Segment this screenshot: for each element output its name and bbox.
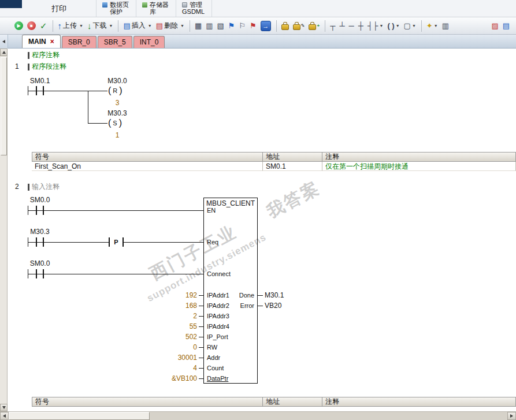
apply-symbols-button[interactable]: ▧ xyxy=(216,20,226,32)
bookmark-toggle-button[interactable]: ⚑ xyxy=(227,20,237,32)
protect-button[interactable]: 保护 xyxy=(102,8,129,15)
cross-reference-button[interactable]: ▤ xyxy=(501,20,511,32)
tabs: MAIN × SBR_0 SBR_5 INT_0 xyxy=(22,35,166,48)
operand-error[interactable]: VB20 xyxy=(265,302,281,310)
memory-button[interactable]: 存储器 xyxy=(142,1,169,8)
value-ipaddr4[interactable]: 55 xyxy=(142,322,197,330)
insert-contact-button[interactable]: ┤├▼ xyxy=(366,20,385,32)
network-1-comment[interactable]: 程序段注释 xyxy=(32,62,66,70)
print-button[interactable]: 打印 xyxy=(22,0,96,17)
wizard-button[interactable]: ✦▼ xyxy=(425,20,440,32)
delete-dropdown-icon[interactable]: ▼ xyxy=(180,24,184,28)
contact-m303[interactable] xyxy=(36,237,44,247)
symbol-addressing-button[interactable]: ▦ xyxy=(193,20,203,32)
mbus-client-block[interactable]: MBUS_CLIENT EN Req Connect IPAddr1 IPAdd… xyxy=(203,198,258,384)
tab-sbr5[interactable]: SBR_5 xyxy=(98,36,132,48)
value-dataptr[interactable]: &VB100 xyxy=(142,374,197,382)
toolbar-separator xyxy=(53,20,53,32)
block-title: MBUS_CLIENT xyxy=(204,199,257,207)
insert-box-button[interactable]: ▢▼ xyxy=(402,20,418,32)
address-column-header: 地址 xyxy=(263,397,322,407)
tab-scroll-left-button[interactable] xyxy=(0,35,8,49)
scroll-left-icon xyxy=(3,414,6,418)
value-rw[interactable]: 0 xyxy=(142,343,197,351)
bookmark-clear-button[interactable]: ⚑ xyxy=(248,20,258,32)
pou-table-icon: ▥ xyxy=(442,22,449,29)
contact-sm00-connect[interactable] xyxy=(36,269,44,278)
upload-dropdown-icon[interactable]: ▼ xyxy=(79,24,83,28)
program-comment[interactable]: 程序注释 xyxy=(32,51,60,59)
horizontal-scrollbar[interactable] xyxy=(0,411,516,420)
set-coil[interactable]: (S) xyxy=(107,118,122,128)
pin-ipaddr2: IPAddr2 xyxy=(207,302,229,310)
contact-sm00-en[interactable] xyxy=(36,206,44,215)
branch-wire xyxy=(88,91,88,124)
lock-button[interactable] xyxy=(280,20,291,32)
contact-dropdown-icon[interactable]: ▼ xyxy=(379,24,383,28)
value-addr[interactable]: 30001 xyxy=(142,354,197,362)
wizard-dropdown-icon[interactable]: ▼ xyxy=(434,24,438,28)
reset-coil[interactable]: (R) xyxy=(107,86,123,95)
insert-coil-button[interactable]: ( )▼ xyxy=(385,20,401,32)
delete-button[interactable]: ▤ 删除 ▼ xyxy=(154,20,186,32)
tab-close-icon[interactable]: × xyxy=(50,38,54,46)
vertical-scrollbar[interactable] xyxy=(0,49,8,411)
compile-button[interactable]: ✓ xyxy=(38,20,49,32)
download-dropdown-icon[interactable]: ▼ xyxy=(109,24,113,28)
value-ipaddr1[interactable]: 192 xyxy=(142,291,197,299)
address-cell[interactable]: SM0.1 xyxy=(263,162,322,171)
upload-button[interactable]: ↑ 上传 ▼ xyxy=(56,20,85,32)
box-dropdown-icon[interactable]: ▼ xyxy=(412,24,416,28)
horizontal-scroll-thumb[interactable] xyxy=(9,412,150,420)
file-menu-corner[interactable] xyxy=(0,0,22,17)
pou-table-button[interactable]: ▥ xyxy=(440,20,451,32)
line-cross-button[interactable]: ┼ xyxy=(357,20,365,32)
scroll-up-button[interactable] xyxy=(0,49,8,56)
program-editor-canvas[interactable]: 西门子工业我答案 support.industry.siemens 程序注释 1… xyxy=(0,49,516,411)
lock-add-button[interactable]: + xyxy=(307,20,321,32)
scroll-track[interactable] xyxy=(150,412,507,420)
run-button[interactable]: ▶ xyxy=(13,20,25,32)
value-ipaddr3[interactable]: 2 xyxy=(142,312,197,320)
contact-label: SM0.0 xyxy=(25,259,54,267)
branch-down-button[interactable]: ┬ xyxy=(328,20,337,32)
tab-int0[interactable]: INT_0 xyxy=(133,36,165,48)
pin-stub xyxy=(199,378,203,379)
insert-button[interactable]: ▤ 插入 ▼ xyxy=(121,20,153,32)
tab-main[interactable]: MAIN × xyxy=(22,35,61,48)
tab-scroll-left-icon xyxy=(2,40,5,43)
value-count[interactable]: 4 xyxy=(142,364,197,372)
program-status-button[interactable]: → xyxy=(259,20,273,32)
gsdml-button[interactable]: GSDML xyxy=(182,8,205,15)
tab-sbr0[interactable]: SBR_0 xyxy=(62,36,96,48)
scroll-right-button[interactable] xyxy=(507,412,516,420)
symbol-column-header: 符号 xyxy=(32,397,263,407)
status-chart-button[interactable]: ▨ xyxy=(489,20,500,32)
symbol-table-row: First_Scan_On SM0.1 仅在第一个扫描周期时接通 xyxy=(32,162,516,171)
vertical-scroll-thumb[interactable] xyxy=(1,57,7,155)
comment-cell[interactable]: 仅在第一个扫描周期时接通 xyxy=(322,162,516,171)
symbol-cell[interactable]: First_Scan_On xyxy=(32,162,263,171)
network-2-comment[interactable]: 输入注释 xyxy=(32,183,60,191)
library-button[interactable]: 库 xyxy=(142,8,169,15)
line-horizontal-button[interactable]: ─ xyxy=(347,20,356,32)
lock-edit-button[interactable]: ✎ xyxy=(291,20,307,32)
manage-button[interactable]: 管理 xyxy=(182,1,205,8)
stop-button[interactable]: ■ xyxy=(25,20,38,32)
scroll-down-button[interactable] xyxy=(0,404,8,411)
value-ipport[interactable]: 502 xyxy=(142,333,197,341)
branch-up-icon: ┴ xyxy=(339,22,344,29)
operand-done[interactable]: M30.1 xyxy=(265,291,284,299)
download-button[interactable]: ↓ 下载 ▼ xyxy=(86,20,114,32)
value-ipaddr2[interactable]: 168 xyxy=(142,302,197,310)
scroll-left-button[interactable] xyxy=(0,412,9,420)
contact-first-scan[interactable] xyxy=(36,86,44,95)
insert-dropdown-icon[interactable]: ▼ xyxy=(148,24,152,28)
pin-stub xyxy=(199,326,203,327)
bookmark-next-button[interactable]: ⚐ xyxy=(237,20,247,32)
branch-up-button[interactable]: ┴ xyxy=(337,20,346,32)
coil-dropdown-icon[interactable]: ▼ xyxy=(396,24,400,28)
positive-edge-contact[interactable]: P xyxy=(109,237,124,247)
symbol-table-button[interactable]: ▥ xyxy=(204,20,214,32)
data-page-button[interactable]: 数据页 xyxy=(102,1,129,8)
